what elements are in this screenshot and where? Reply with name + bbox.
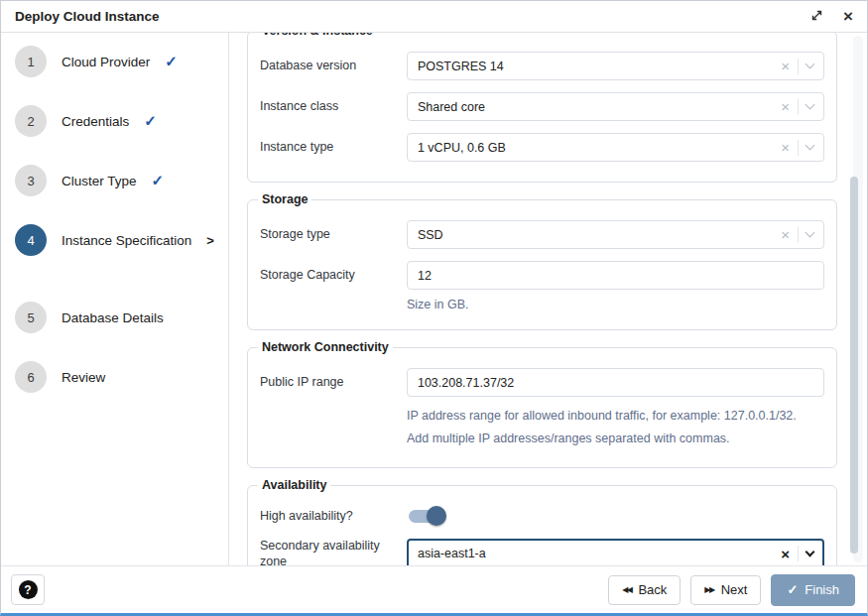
field-instance-type: Instance type 1 vCPU, 0.6 GB × [260,133,824,162]
section-legend: Storage [258,192,312,206]
step-label: Database Details [62,310,164,325]
section-storage: Storage Storage type SSD × Storage Capac… [247,192,837,330]
separator [798,99,799,115]
step-number-badge: 2 [15,105,47,137]
clear-icon[interactable]: × [781,227,790,242]
toggle-thumb [427,506,446,526]
selected-value: POSTGRES 14 [418,60,781,73]
instance-class-select[interactable]: Shared core × [407,92,824,121]
step-label: Review [62,370,105,385]
field-storage-type: Storage type SSD × [260,220,824,249]
field-label: Storage type [260,226,407,242]
step-number-badge: 1 [15,46,47,77]
field-label: Secondary availability zone [260,538,407,565]
field-instance-class: Instance class Shared core × [260,92,824,121]
chevron-down-icon[interactable] [806,547,815,556]
step-number-badge: 3 [15,165,47,196]
maximize-button[interactable] [810,9,823,25]
public-ip-range-helper: IP address range for allowed inbound tra… [407,405,824,449]
field-label: Storage Capacity [260,267,407,283]
chevron-down-icon[interactable] [806,228,815,238]
helper-line: IP address range for allowed inbound tra… [407,405,824,428]
selected-value: Shared core [418,100,781,114]
field-secondary-availability-zone: Secondary availability zone asia-east1-a… [260,538,824,565]
step-cloud-provider[interactable]: 1 Cloud Provider ✓ [1,46,228,77]
double-left-arrow-icon: ◀◀ [622,586,631,594]
step-cluster-type[interactable]: 3 Cluster Type ✓ [1,165,228,196]
secondary-availability-zone-select[interactable]: asia-east1-a × [407,539,824,565]
step-credentials[interactable]: 2 Credentials ✓ [1,105,228,137]
separator [798,59,799,74]
chevron-down-icon[interactable] [806,100,815,110]
selected-value: asia-east1-a [418,547,781,560]
step-label: Instance Specification [62,233,191,248]
step-label: Credentials [62,114,129,129]
field-label: Instance class [260,98,407,114]
selected-value: SSD [418,228,781,242]
separator [798,227,799,243]
high-availability-toggle[interactable] [407,506,446,526]
section-legend: Availability [258,478,331,492]
expand-icon [810,9,823,25]
finish-button[interactable]: ✓ Finish [771,574,855,606]
step-label: Cluster Type [62,174,137,188]
storage-capacity-helper: Size in GB. [407,298,824,311]
field-label: Instance type [260,139,407,155]
dialog-footer: ? ◀◀ Back ▶▶ Next ✓ Finish [1,565,867,613]
form-content: Version & Instance Database version POST… [229,33,867,565]
back-button-label: Back [638,582,667,597]
step-number-badge: 4 [15,224,47,256]
step-number-badge: 6 [15,361,47,393]
help-button[interactable]: ? [11,574,45,605]
field-label: Public IP range [260,374,407,390]
scrollbar-track[interactable] [853,36,863,562]
section-version-instance: Version & Instance Database version POST… [247,33,837,183]
check-icon: ✓ [787,583,798,596]
next-button-label: Next [721,582,748,597]
clear-icon[interactable]: × [781,140,790,155]
step-instance-specification[interactable]: 4 Instance Specification > [1,224,228,256]
helper-line: Add multiple IP addresses/ranges separat… [407,428,824,450]
field-label: High availability? [260,508,407,524]
double-right-arrow-icon: ▶▶ [704,586,713,594]
instance-type-select[interactable]: 1 vCPU, 0.6 GB × [407,133,824,162]
scrollbar-thumb[interactable] [850,177,858,554]
storage-type-select[interactable]: SSD × [407,220,824,249]
close-button[interactable]: × [843,8,853,25]
back-button[interactable]: ◀◀ Back [608,575,681,605]
dialog-body: 1 Cloud Provider ✓ 2 Credentials ✓ 3 Clu… [1,33,867,565]
step-review[interactable]: 6 Review [1,361,228,393]
help-icon: ? [19,580,38,599]
field-label: Database version [260,58,407,73]
chevron-down-icon[interactable] [806,60,815,69]
storage-capacity-input[interactable] [418,269,813,283]
chevron-down-icon[interactable] [806,141,815,151]
section-legend: Version & Instance [258,33,377,38]
selected-value: 1 vCPU, 0.6 GB [418,141,781,155]
step-label: Cloud Provider [62,55,150,69]
separator [798,546,799,561]
section-network-connectivity: Network Connectivity Public IP range IP … [247,340,837,468]
section-availability: Availability High availability? Secondar… [247,478,837,565]
deploy-cloud-instance-dialog: Deploy Cloud Instance × 1 Cloud Provider… [0,0,868,616]
step-completed-check-icon: ✓ [165,53,178,70]
field-database-version: Database version POSTGRES 14 × [260,52,824,80]
clear-icon[interactable]: × [781,547,790,561]
database-version-select[interactable]: POSTGRES 14 × [407,52,824,80]
step-completed-check-icon: ✓ [152,172,165,189]
step-number-badge: 5 [15,302,47,333]
separator [798,140,799,156]
next-button[interactable]: ▶▶ Next [690,575,761,605]
dialog-header: Deploy Cloud Instance × [1,1,867,33]
close-icon: × [843,8,853,25]
step-database-details[interactable]: 5 Database Details [1,302,228,333]
public-ip-range-input[interactable] [418,376,813,390]
step-current-chevron-icon: > [206,233,214,248]
header-actions: × [810,8,853,25]
clear-icon[interactable]: × [781,59,790,73]
clear-icon[interactable]: × [781,99,790,114]
field-storage-capacity: Storage Capacity [260,261,824,290]
field-public-ip-range: Public IP range [260,368,824,397]
dialog-title: Deploy Cloud Instance [15,9,160,24]
field-high-availability: High availability? [260,506,824,526]
